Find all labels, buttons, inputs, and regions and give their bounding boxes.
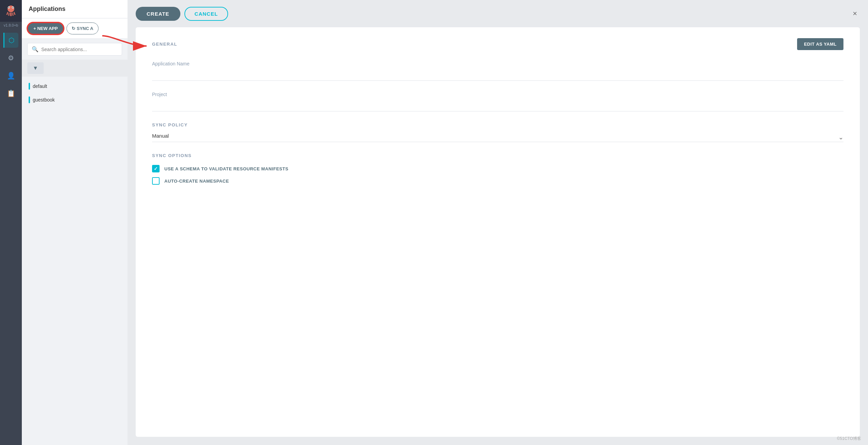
layers-icon: ⬡ (9, 36, 14, 44)
dialog-topbar: CREATE CANCEL × (128, 0, 868, 27)
dialog-panel: CREATE CANCEL × GENERAL EDIT AS YAML App… (128, 0, 868, 445)
svg-point-4 (13, 7, 14, 8)
sidebar-version: v1.8.0+b (4, 22, 18, 30)
app-panel: Applications + NEW APP ↻ SYNC A 🔍 ▼ defa… (22, 0, 128, 445)
user-icon: 👤 (7, 72, 15, 80)
sidebar-nav: ⬡ ⚙ 👤 📋 (0, 30, 22, 104)
sidebar-item-docs[interactable]: 📋 (3, 86, 18, 101)
auto-create-checkbox-row: AUTO-CREATE NAMESPACE (152, 177, 843, 185)
sidebar: v1.8.0+b ⬡ ⚙ 👤 📋 (0, 0, 22, 445)
filter-button[interactable]: ▼ (27, 62, 44, 74)
dialog-content: GENERAL EDIT AS YAML Application Name Pr… (136, 27, 860, 437)
list-item[interactable]: guestbook (22, 93, 128, 107)
gear-icon: ⚙ (8, 54, 14, 62)
filter-bar: ▼ (22, 60, 128, 77)
svg-point-0 (8, 5, 14, 12)
project-input[interactable] (152, 100, 843, 111)
edit-yaml-button[interactable]: EDIT AS YAML (797, 38, 843, 50)
application-name-input[interactable] (152, 69, 843, 81)
search-input[interactable] (41, 47, 118, 52)
svg-point-2 (9, 7, 10, 8)
auto-create-checkbox[interactable] (152, 177, 160, 185)
create-button[interactable]: CREATE (136, 7, 180, 21)
dialog-close-button[interactable]: × (850, 8, 860, 19)
application-name-field: Application Name (152, 61, 843, 81)
validate-checkbox-row: USE A SCHEMA TO VALIDATE RESOURCE MANIFE… (152, 165, 843, 172)
app-name-default: default (33, 83, 47, 89)
app-panel-toolbar: + NEW APP ↻ SYNC A (22, 18, 128, 39)
new-app-button[interactable]: + NEW APP (27, 22, 64, 34)
sync-policy-label: SYNC POLICY (152, 122, 843, 127)
app-list: default guestbook (22, 77, 128, 445)
app-panel-header: Applications (22, 0, 128, 18)
sync-options-label: SYNC OPTIONS (152, 153, 843, 158)
octopus-logo-icon (4, 4, 18, 18)
sidebar-item-user[interactable]: 👤 (3, 68, 18, 83)
general-section-header: GENERAL EDIT AS YAML (152, 38, 843, 50)
app-name-guestbook: guestbook (33, 97, 55, 103)
sync-policy-section: SYNC POLICY Manual ⌄ (152, 122, 843, 142)
app-panel-title: Applications (29, 5, 65, 12)
general-section-title: GENERAL (152, 42, 177, 47)
sync-options-section: SYNC OPTIONS USE A SCHEMA TO VALIDATE RE… (152, 153, 843, 185)
list-item[interactable]: default (22, 79, 128, 93)
sync-policy-select[interactable]: Manual ⌄ (152, 133, 843, 142)
validate-checkbox-label: USE A SCHEMA TO VALIDATE RESOURCE MANIFE… (164, 166, 288, 171)
sidebar-item-settings[interactable]: ⚙ (3, 50, 18, 65)
cancel-button[interactable]: CANCEL (184, 7, 228, 21)
sync-policy-value: Manual (152, 130, 169, 141)
sidebar-item-apps[interactable]: ⬡ (3, 33, 18, 48)
search-bar-wrap: 🔍 (22, 39, 128, 60)
project-field: Project (152, 92, 843, 111)
search-input-wrap: 🔍 (27, 43, 122, 56)
application-name-label: Application Name (152, 61, 843, 66)
docs-icon: 📋 (7, 89, 15, 97)
sidebar-logo (0, 0, 22, 22)
auto-create-checkbox-label: AUTO-CREATE NAMESPACE (164, 179, 229, 184)
validate-checkbox[interactable] (152, 165, 160, 172)
project-label: Project (152, 92, 843, 97)
chevron-down-icon: ⌄ (838, 134, 843, 141)
sync-apps-button[interactable]: ↻ SYNC A (66, 22, 98, 34)
watermark: ©51CTO博客 (837, 436, 861, 442)
search-icon: 🔍 (32, 46, 39, 52)
